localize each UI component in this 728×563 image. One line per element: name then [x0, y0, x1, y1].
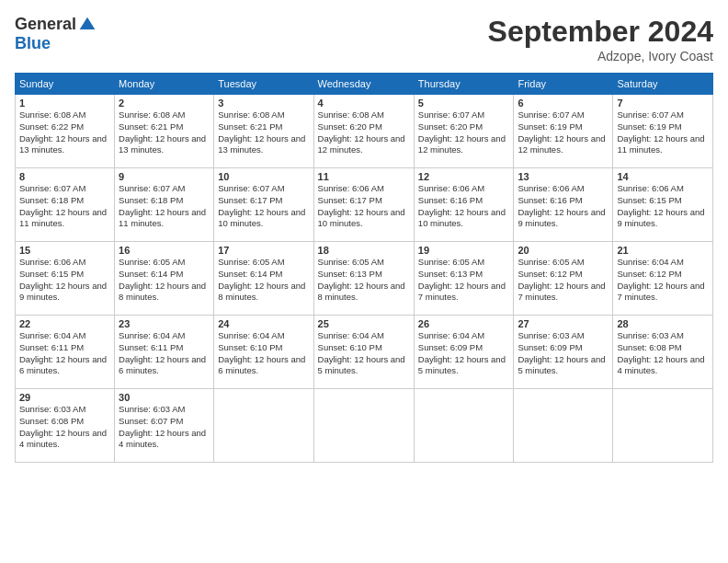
- col-friday: Friday: [514, 74, 613, 95]
- daylight-label: Daylight: 12 hours and 6 minutes.: [119, 354, 206, 376]
- table-row: 16 Sunrise: 6:05 AM Sunset: 6:14 PM Dayl…: [115, 242, 214, 316]
- sunset-label: Sunset: 6:16 PM: [518, 195, 582, 205]
- sunset-label: Sunset: 6:12 PM: [518, 269, 582, 279]
- sunrise-label: Sunrise: 6:06 AM: [418, 183, 484, 193]
- table-row: 8 Sunrise: 6:07 AM Sunset: 6:18 PM Dayli…: [16, 168, 115, 242]
- daylight-label: Daylight: 12 hours and 5 minutes.: [318, 354, 405, 376]
- day-info: Sunrise: 6:06 AM Sunset: 6:15 PM Dayligh…: [19, 257, 110, 304]
- day-number: 24: [218, 318, 309, 329]
- day-info: Sunrise: 6:07 AM Sunset: 6:18 PM Dayligh…: [19, 183, 110, 230]
- day-info: Sunrise: 6:06 AM Sunset: 6:16 PM Dayligh…: [518, 183, 609, 230]
- table-row: 7 Sunrise: 6:07 AM Sunset: 6:19 PM Dayli…: [613, 95, 713, 168]
- sunset-label: Sunset: 6:10 PM: [318, 342, 382, 352]
- day-info: Sunrise: 6:07 AM Sunset: 6:18 PM Dayligh…: [119, 183, 210, 230]
- daylight-label: Daylight: 12 hours and 5 minutes.: [518, 354, 605, 376]
- logo-icon: [78, 16, 97, 34]
- day-info: Sunrise: 6:06 AM Sunset: 6:16 PM Dayligh…: [418, 183, 510, 230]
- day-number: 8: [19, 171, 110, 182]
- day-info: Sunrise: 6:08 AM Sunset: 6:21 PM Dayligh…: [218, 109, 309, 156]
- day-info: Sunrise: 6:08 AM Sunset: 6:21 PM Dayligh…: [119, 109, 210, 156]
- sunset-label: Sunset: 6:18 PM: [119, 195, 183, 205]
- day-info: Sunrise: 6:03 AM Sunset: 6:08 PM Dayligh…: [19, 404, 110, 451]
- day-info: Sunrise: 6:04 AM Sunset: 6:09 PM Dayligh…: [418, 330, 510, 377]
- daylight-label: Daylight: 12 hours and 7 minutes.: [518, 281, 605, 303]
- table-row: 12 Sunrise: 6:06 AM Sunset: 6:16 PM Dayl…: [414, 168, 514, 242]
- table-row: 14 Sunrise: 6:06 AM Sunset: 6:15 PM Dayl…: [613, 168, 713, 242]
- sunrise-label: Sunrise: 6:05 AM: [318, 257, 384, 267]
- day-info: Sunrise: 6:04 AM Sunset: 6:11 PM Dayligh…: [119, 330, 210, 377]
- day-number: 16: [119, 245, 210, 256]
- calendar-header-row: Sunday Monday Tuesday Wednesday Thursday…: [16, 74, 713, 95]
- day-info: Sunrise: 6:08 AM Sunset: 6:20 PM Dayligh…: [318, 109, 410, 156]
- sunset-label: Sunset: 6:09 PM: [418, 342, 483, 352]
- sunrise-label: Sunrise: 6:05 AM: [218, 257, 284, 267]
- table-row: [613, 389, 713, 463]
- daylight-label: Daylight: 12 hours and 5 minutes.: [418, 354, 506, 376]
- daylight-label: Daylight: 12 hours and 11 minutes.: [19, 207, 107, 229]
- sunrise-label: Sunrise: 6:06 AM: [318, 183, 384, 193]
- logo-general: General: [15, 15, 76, 34]
- sunrise-label: Sunrise: 6:05 AM: [418, 257, 484, 267]
- table-row: [414, 389, 514, 463]
- day-info: Sunrise: 6:03 AM Sunset: 6:09 PM Dayligh…: [518, 330, 609, 377]
- daylight-label: Daylight: 12 hours and 10 minutes.: [318, 207, 405, 229]
- day-info: Sunrise: 6:07 AM Sunset: 6:19 PM Dayligh…: [518, 109, 609, 156]
- table-row: 2 Sunrise: 6:08 AM Sunset: 6:21 PM Dayli…: [115, 95, 214, 168]
- location: Adzope, Ivory Coast: [488, 49, 713, 63]
- day-info: Sunrise: 6:04 AM Sunset: 6:12 PM Dayligh…: [617, 257, 709, 304]
- table-row: 13 Sunrise: 6:06 AM Sunset: 6:16 PM Dayl…: [514, 168, 613, 242]
- sunset-label: Sunset: 6:17 PM: [318, 195, 382, 205]
- table-row: 4 Sunrise: 6:08 AM Sunset: 6:20 PM Dayli…: [313, 95, 414, 168]
- daylight-label: Daylight: 12 hours and 8 minutes.: [119, 281, 206, 303]
- table-row: 6 Sunrise: 6:07 AM Sunset: 6:19 PM Dayli…: [514, 95, 613, 168]
- sunset-label: Sunset: 6:13 PM: [418, 269, 483, 279]
- day-number: 29: [19, 392, 110, 403]
- table-row: 10 Sunrise: 6:07 AM Sunset: 6:17 PM Dayl…: [214, 168, 313, 242]
- logo-blue: Blue: [15, 34, 51, 53]
- sunset-label: Sunset: 6:07 PM: [119, 416, 183, 426]
- table-row: 22 Sunrise: 6:04 AM Sunset: 6:11 PM Dayl…: [16, 316, 115, 389]
- table-row: 15 Sunrise: 6:06 AM Sunset: 6:15 PM Dayl…: [16, 242, 115, 316]
- table-row: 17 Sunrise: 6:05 AM Sunset: 6:14 PM Dayl…: [214, 242, 313, 316]
- day-info: Sunrise: 6:05 AM Sunset: 6:13 PM Dayligh…: [418, 257, 510, 304]
- sunset-label: Sunset: 6:21 PM: [218, 121, 282, 132]
- table-row: 27 Sunrise: 6:03 AM Sunset: 6:09 PM Dayl…: [514, 316, 613, 389]
- sunset-label: Sunset: 6:14 PM: [119, 269, 183, 279]
- daylight-label: Daylight: 12 hours and 4 minutes.: [617, 354, 704, 376]
- sunrise-label: Sunrise: 6:04 AM: [617, 257, 683, 267]
- sunset-label: Sunset: 6:14 PM: [218, 269, 282, 279]
- daylight-label: Daylight: 12 hours and 12 minutes.: [318, 133, 405, 155]
- day-number: 28: [617, 318, 709, 329]
- day-number: 1: [19, 98, 110, 109]
- sunset-label: Sunset: 6:15 PM: [19, 269, 84, 279]
- col-tuesday: Tuesday: [214, 74, 313, 95]
- sunset-label: Sunset: 6:20 PM: [418, 121, 483, 132]
- sunset-label: Sunset: 6:13 PM: [318, 269, 382, 279]
- day-info: Sunrise: 6:05 AM Sunset: 6:14 PM Dayligh…: [119, 257, 210, 304]
- day-number: 30: [119, 392, 210, 403]
- day-number: 20: [518, 245, 609, 256]
- daylight-label: Daylight: 12 hours and 8 minutes.: [318, 281, 405, 303]
- day-number: 11: [318, 171, 410, 182]
- table-row: 11 Sunrise: 6:06 AM Sunset: 6:17 PM Dayl…: [313, 168, 414, 242]
- sunset-label: Sunset: 6:18 PM: [19, 195, 84, 205]
- sunrise-label: Sunrise: 6:04 AM: [119, 330, 185, 340]
- sunset-label: Sunset: 6:17 PM: [218, 195, 282, 205]
- table-row: 25 Sunrise: 6:04 AM Sunset: 6:10 PM Dayl…: [313, 316, 414, 389]
- day-number: 12: [418, 171, 510, 182]
- table-row: 29 Sunrise: 6:03 AM Sunset: 6:08 PM Dayl…: [16, 389, 115, 463]
- day-number: 19: [418, 245, 510, 256]
- daylight-label: Daylight: 12 hours and 6 minutes.: [218, 354, 305, 376]
- svg-marker-0: [80, 17, 96, 29]
- sunrise-label: Sunrise: 6:07 AM: [518, 109, 584, 120]
- table-row: 26 Sunrise: 6:04 AM Sunset: 6:09 PM Dayl…: [414, 316, 514, 389]
- sunrise-label: Sunrise: 6:06 AM: [617, 183, 683, 193]
- sunset-label: Sunset: 6:12 PM: [617, 269, 681, 279]
- sunset-label: Sunset: 6:09 PM: [518, 342, 582, 352]
- day-info: Sunrise: 6:03 AM Sunset: 6:07 PM Dayligh…: [119, 404, 210, 451]
- day-info: Sunrise: 6:06 AM Sunset: 6:15 PM Dayligh…: [617, 183, 709, 230]
- day-number: 4: [318, 98, 410, 109]
- day-info: Sunrise: 6:07 AM Sunset: 6:19 PM Dayligh…: [617, 109, 709, 156]
- sunset-label: Sunset: 6:08 PM: [19, 416, 84, 426]
- daylight-label: Daylight: 12 hours and 12 minutes.: [518, 133, 605, 155]
